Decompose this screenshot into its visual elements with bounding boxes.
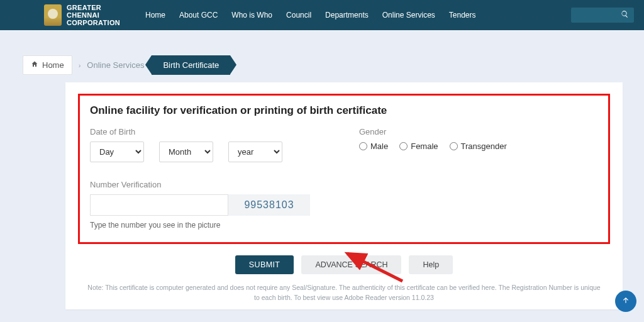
nav-links: Home About GCC Who is Who Council Depart…: [145, 11, 571, 19]
form-title: Online facility for verification or prin…: [90, 104, 598, 117]
gender-group: Gender Male Female Transgender: [359, 127, 598, 162]
submit-button[interactable]: SUBMIT: [235, 255, 294, 274]
breadcrumb-current: Birth Certificate: [152, 55, 230, 75]
captcha-input[interactable]: [90, 194, 228, 216]
breadcrumb-services[interactable]: Online Services: [87, 60, 144, 70]
search-input[interactable]: [571, 8, 634, 23]
gender-female[interactable]: Female: [399, 142, 438, 151]
gcc-logo-icon: [44, 4, 62, 26]
breadcrumb-sep-icon: ›: [79, 62, 81, 69]
year-select[interactable]: year: [228, 142, 282, 162]
number-verification-group: Number Verification 99538103 Type the nu…: [90, 180, 598, 230]
gender-male[interactable]: Male: [359, 142, 388, 151]
captcha-hint: Type the number you see in the picture: [90, 221, 598, 230]
nv-label: Number Verification: [90, 180, 598, 189]
highlighted-form-area: Online facility for verification or prin…: [78, 94, 610, 244]
breadcrumb-home-label: Home: [42, 60, 64, 70]
nav-online-services[interactable]: Online Services: [382, 11, 435, 19]
dob-label: Date of Birth: [90, 127, 329, 136]
nav-tenders[interactable]: Tenders: [449, 11, 476, 19]
advance-search-button[interactable]: ADVANCE SEARCH: [301, 255, 401, 274]
arrow-up-icon: [621, 296, 630, 307]
breadcrumb: Home › Online Services Birth Certificate: [23, 55, 644, 75]
nav-who[interactable]: Who is Who: [231, 11, 272, 19]
nav-council[interactable]: Council: [286, 11, 311, 19]
button-row: SUBMIT ADVANCE SEARCH Help: [78, 255, 610, 274]
main-card: Online facility for verification or prin…: [65, 82, 623, 309]
footer-note: Note: This certificate is computer gener…: [78, 283, 610, 303]
day-select[interactable]: Day: [90, 142, 144, 162]
nav-about[interactable]: About GCC: [179, 11, 218, 19]
dob-group: Date of Birth Day Month year: [90, 127, 329, 162]
top-navbar: GREATER CHENNAI CORPORATION Home About G…: [0, 0, 644, 30]
captcha-image: 99538103: [228, 194, 310, 216]
search-icon: [621, 10, 629, 20]
help-button[interactable]: Help: [409, 255, 453, 274]
nav-home[interactable]: Home: [145, 11, 165, 19]
brand[interactable]: GREATER CHENNAI CORPORATION: [44, 4, 120, 26]
gender-label: Gender: [359, 127, 598, 136]
nav-departments[interactable]: Departments: [325, 11, 369, 19]
scroll-top-button[interactable]: [615, 291, 636, 312]
home-icon: [31, 60, 38, 70]
gender-transgender[interactable]: Transgender: [450, 142, 507, 151]
month-select[interactable]: Month: [159, 142, 213, 162]
breadcrumb-home[interactable]: Home: [23, 55, 72, 75]
brand-text: GREATER CHENNAI CORPORATION: [67, 4, 120, 26]
